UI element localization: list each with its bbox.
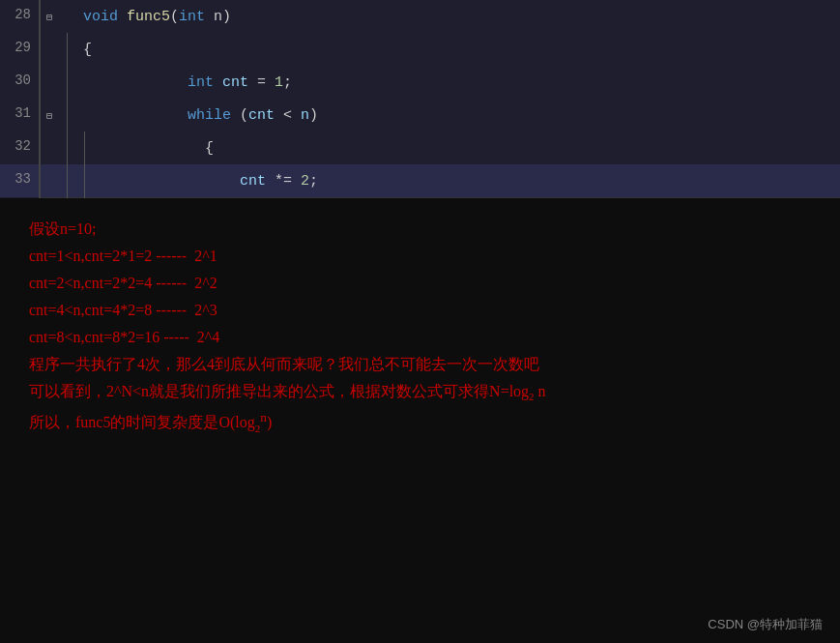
line-number: 28 [0, 0, 41, 33]
code-text: cnt *= 2; [93, 164, 840, 197]
exp-line-2: cnt=1<n,cnt=2*1=2 ------ 2^1 [29, 243, 811, 270]
indent1 [58, 66, 75, 99]
code-text: int cnt = 1; [75, 66, 840, 99]
code-text: void func5(int n) [75, 0, 840, 33]
indent1 [58, 164, 75, 197]
indent1 [58, 33, 75, 66]
exp-line-6: 程序一共执行了4次，那么4到底从何而来呢？我们总不可能去一次一次数吧 [29, 351, 811, 378]
code-line-29: 29 { [0, 33, 840, 66]
fold-icon [41, 132, 58, 164]
exp-line-5: cnt=8<n,cnt=8*2=16 ----- 2^4 [29, 324, 811, 351]
fold-icon[interactable]: ⊟ [41, 0, 58, 33]
exp-line-3: cnt=2<n,cnt=2*2=4 ------ 2^2 [29, 270, 811, 297]
indent2 [75, 164, 93, 197]
code-editor: 28 ⊟ void func5(int n) 29 { 30 int cnt =… [0, 0, 840, 198]
line-number: 31 [0, 99, 41, 132]
code-line-32: 32 { [0, 132, 840, 164]
fold-icon [41, 33, 58, 66]
code-line-28: 28 ⊟ void func5(int n) [0, 0, 840, 33]
code-text: while (cnt < n) [75, 99, 840, 132]
code-text: { [75, 33, 840, 66]
exp-line-8: 所以，func5的时间复杂度是O(log2n) [29, 406, 811, 438]
code-line-33: 33 cnt *= 2; [0, 164, 840, 197]
line-number: 33 [0, 164, 41, 197]
fold-icon[interactable]: ⊟ [41, 99, 58, 132]
watermark: CSDN @特种加菲猫 [708, 616, 823, 633]
indent2 [75, 132, 93, 164]
fold-icon [41, 66, 58, 99]
exp-line-7: 可以看到，2^N<n就是我们所推导出来的公式，根据对数公式可求得N=log2 n [29, 378, 811, 406]
indent1 [58, 0, 75, 33]
code-line-31: 31 ⊟ while (cnt < n) [0, 99, 840, 132]
indent1 [58, 132, 75, 164]
exp-line-1: 假设n=10; [29, 216, 811, 243]
line-number: 30 [0, 66, 41, 99]
indent1 [58, 99, 75, 132]
line-number: 32 [0, 132, 41, 164]
code-line-30: 30 int cnt = 1; [0, 66, 840, 99]
exp-line-4: cnt=4<n,cnt=4*2=8 ------ 2^3 [29, 297, 811, 324]
line-number: 29 [0, 33, 41, 66]
fold-icon [41, 164, 58, 197]
code-text: { [93, 132, 840, 164]
explanation-section: 假设n=10; cnt=1<n,cnt=2*1=2 ------ 2^1 cnt… [0, 198, 840, 643]
